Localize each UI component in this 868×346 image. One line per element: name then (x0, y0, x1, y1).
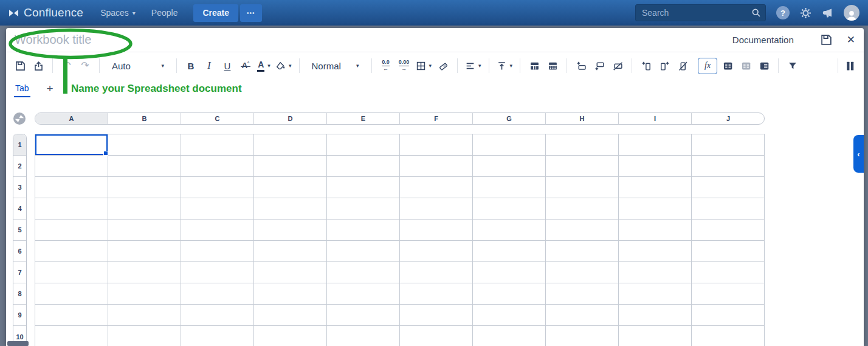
cell-H7[interactable] (546, 262, 619, 283)
cell-B1[interactable] (108, 134, 181, 156)
cell-E3[interactable] (327, 177, 400, 198)
cell-A4[interactable] (35, 198, 108, 220)
font-size-select[interactable]: Auto ▾ (106, 57, 170, 74)
cell-C5[interactable] (181, 220, 254, 241)
cell-J2[interactable] (692, 156, 765, 177)
cell-D9[interactable] (254, 305, 327, 326)
cell-B4[interactable] (108, 198, 181, 220)
cell-J4[interactable] (692, 198, 765, 220)
bold-button[interactable]: B (183, 58, 199, 74)
cell-G8[interactable] (473, 283, 546, 305)
delete-row-button[interactable] (610, 58, 625, 74)
insert-row-below-button[interactable] (591, 58, 607, 74)
cell-G1[interactable] (473, 134, 546, 156)
cell-J9[interactable] (692, 305, 765, 326)
add-sheet-tab-button[interactable]: + (47, 83, 53, 94)
more-menu-button[interactable]: ••• (240, 4, 262, 22)
redo-button[interactable]: ↷ (77, 58, 93, 74)
text-color-button[interactable]: A ▾ (256, 58, 272, 74)
row-header-1[interactable]: 1 (13, 134, 26, 156)
cell-I1[interactable] (619, 134, 692, 156)
help-icon[interactable]: ? (776, 6, 790, 19)
cell-F5[interactable] (400, 220, 473, 241)
cell-F6[interactable] (400, 241, 473, 262)
column-header-E[interactable]: E (327, 113, 400, 124)
close-icon[interactable]: ✕ (847, 35, 855, 45)
row-header-6[interactable]: 6 (13, 241, 26, 262)
cell-D7[interactable] (254, 262, 327, 283)
cell-D8[interactable] (254, 283, 327, 305)
search-input[interactable] (635, 4, 766, 21)
undo-button[interactable]: ↶ (59, 58, 75, 74)
cell-C4[interactable] (181, 198, 254, 220)
cell-E4[interactable] (327, 198, 400, 220)
cell-B10[interactable] (108, 326, 181, 346)
number-format-select[interactable]: Normal ▾ (306, 57, 365, 74)
cell-B9[interactable] (108, 305, 181, 326)
cell-H10[interactable] (546, 326, 619, 346)
megaphone-icon[interactable] (822, 7, 833, 19)
cell-H5[interactable] (546, 220, 619, 241)
cell-J1[interactable] (692, 134, 765, 156)
clear-formatting-button[interactable] (435, 58, 451, 74)
cell-G7[interactable] (473, 262, 546, 283)
horizontal-align-button[interactable]: ▾ (464, 58, 483, 74)
unmerge-cells-button[interactable] (738, 58, 754, 74)
decrease-decimal-button[interactable]: 0.0 ← (378, 58, 394, 74)
cell-F8[interactable] (400, 283, 473, 305)
row-header-5[interactable]: 5 (13, 220, 26, 241)
cell-B2[interactable] (108, 156, 181, 177)
cell-G3[interactable] (473, 177, 546, 198)
collapse-panel-button[interactable]: ‹ (853, 135, 864, 173)
fill-handle[interactable] (103, 151, 108, 156)
split-cells-button[interactable] (756, 58, 772, 74)
horizontal-scrollbar[interactable] (7, 341, 29, 346)
cell-C6[interactable] (181, 241, 254, 262)
insert-column-right-button[interactable] (656, 58, 672, 74)
save-button[interactable] (12, 58, 28, 74)
gear-icon[interactable] (800, 7, 811, 19)
cell-D4[interactable] (254, 198, 327, 220)
cell-I6[interactable] (619, 241, 692, 262)
column-header-F[interactable]: F (400, 113, 473, 124)
cell-E7[interactable] (327, 262, 400, 283)
cell-H3[interactable] (546, 177, 619, 198)
avatar[interactable] (844, 5, 859, 21)
row-header-2[interactable]: 2 (13, 156, 26, 177)
strikethrough-button[interactable]: A° (238, 58, 253, 74)
cell-B5[interactable] (108, 220, 181, 241)
column-header-C[interactable]: C (181, 113, 254, 124)
vertical-align-button[interactable]: ▾ (495, 58, 514, 74)
cell-G5[interactable] (473, 220, 546, 241)
cell-D3[interactable] (254, 177, 327, 198)
column-header-I[interactable]: I (619, 113, 692, 124)
cell-I4[interactable] (619, 198, 692, 220)
merge-cells-button[interactable] (720, 58, 735, 74)
cell-B6[interactable] (108, 241, 181, 262)
cell-F10[interactable] (400, 326, 473, 346)
cell-F3[interactable] (400, 177, 473, 198)
cell-E2[interactable] (327, 156, 400, 177)
cell-A7[interactable] (35, 262, 108, 283)
formula-bar-toggle-button[interactable]: fx (698, 58, 717, 74)
cell-C1[interactable] (181, 134, 254, 156)
cell-I5[interactable] (619, 220, 692, 241)
create-button[interactable]: Create (193, 4, 238, 22)
column-header-D[interactable]: D (254, 113, 327, 124)
confluence-logo[interactable]: Confluence (9, 6, 83, 19)
delete-column-button[interactable] (675, 58, 691, 74)
column-header-B[interactable]: B (108, 113, 181, 124)
cell-J5[interactable] (692, 220, 765, 241)
cell-G6[interactable] (473, 241, 546, 262)
cell-A9[interactable] (35, 305, 108, 326)
cell-I2[interactable] (619, 156, 692, 177)
cell-E6[interactable] (327, 241, 400, 262)
column-header-G[interactable]: G (473, 113, 546, 124)
freeze-rows-button[interactable] (526, 58, 542, 74)
row-header-7[interactable]: 7 (13, 262, 26, 283)
cell-A8[interactable] (35, 283, 108, 305)
column-header-H[interactable]: H (546, 113, 619, 124)
cell-B7[interactable] (108, 262, 181, 283)
cell-J8[interactable] (692, 283, 765, 305)
cell-E1[interactable] (327, 134, 400, 156)
